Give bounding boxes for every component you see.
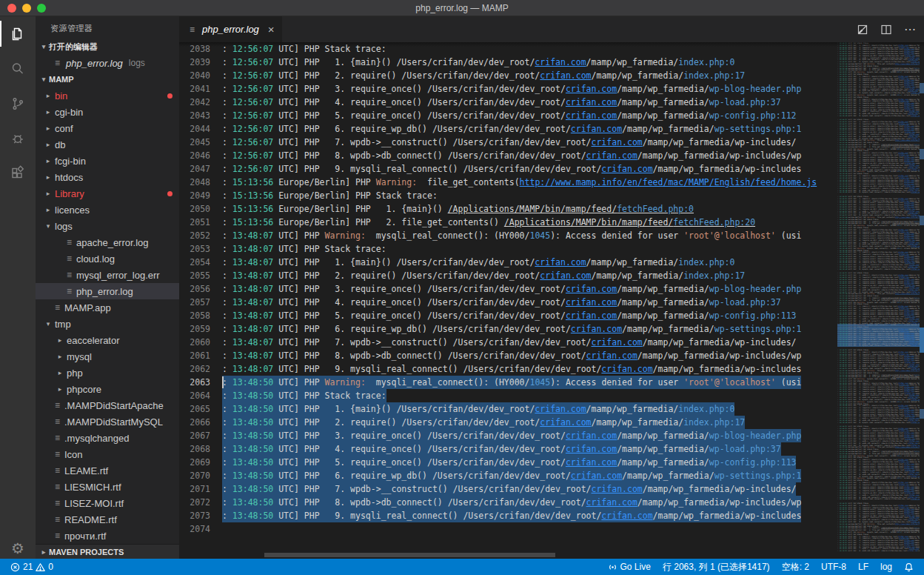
extensions-icon[interactable]	[0, 156, 36, 190]
tree-folder-licences[interactable]: ▸licences	[36, 202, 179, 218]
eol-indicator[interactable]: LF	[855, 562, 871, 572]
maven-projects-header[interactable]: ▸ MAVEN PROJECTS	[36, 544, 179, 559]
indentation-indicator[interactable]: 空格: 2	[779, 561, 812, 574]
log-line-2042[interactable]: 2042: 12:56:07 UTC] PHP 4. require_once(…	[179, 96, 837, 109]
log-line-2043[interactable]: 2043: 12:56:07 UTC] PHP 5. require_once(…	[179, 109, 837, 122]
tree-folder-bin[interactable]: ▸bin	[36, 87, 179, 104]
tree-file-.MAMPDidStartMySQL[interactable]: ≡.MAMPDidStartMySQL	[36, 413, 179, 430]
log-line-2055[interactable]: 2055: 13:48:07 UTC] PHP 2. require() /Us…	[179, 269, 837, 282]
open-editors-header[interactable]: ▾ 打开的编辑器	[36, 39, 179, 55]
tree-file-apache_error.log[interactable]: ≡apache_error.log	[36, 234, 179, 250]
log-line-2045[interactable]: 2045: 12:56:07 UTC] PHP 7. wpdb->__const…	[179, 136, 837, 149]
tree-file-прочти.rtf[interactable]: ≡прочти.rtf	[36, 528, 179, 544]
encoding-indicator[interactable]: UTF-8	[818, 562, 849, 572]
tree-folder-fcgi-bin[interactable]: ▸fcgi-bin	[36, 153, 179, 169]
tree-folder-htdocs[interactable]: ▸htdocs	[36, 169, 179, 185]
split-editor-icon[interactable]	[880, 24, 892, 36]
log-line-2041[interactable]: 2041: 12:56:07 UTC] PHP 3. require_once(…	[179, 82, 837, 96]
tree-item-label: MAMP.app	[64, 302, 111, 313]
log-line-2044[interactable]: 2044: 12:56:07 UTC] PHP 6. require_wp_db…	[179, 122, 837, 136]
log-line-2051[interactable]: 2051: 15:13:56 Europe/Berlin] PHP 2. fil…	[179, 216, 837, 229]
debug-icon[interactable]	[0, 121, 36, 156]
overview-ruler[interactable]	[920, 42, 924, 551]
log-line-2068[interactable]: 2068: 13:48:50 UTC] PHP 4. require_once(…	[179, 442, 837, 456]
explorer-icon[interactable]	[0, 16, 36, 51]
chevron-right-icon: ▸	[43, 92, 53, 99]
tree-file-LEAME.rtf[interactable]: ≡LEAME.rtf	[36, 462, 179, 479]
tree-file-php_error.log[interactable]: ≡php_error.log	[36, 283, 179, 299]
tree-file-Icon[interactable]: ≡Icon	[36, 446, 179, 462]
log-line-2071[interactable]: 2071: 13:48:50 UTC] PHP 7. wpdb->__const…	[179, 482, 837, 496]
minimize-window-button[interactable]	[22, 4, 31, 13]
log-line-2060[interactable]: 2060: 13:48:07 UTC] PHP 7. wpdb->__const…	[179, 336, 837, 349]
tree-folder-conf[interactable]: ▸conf	[36, 120, 179, 136]
log-line-2062[interactable]: 2062: 13:48:07 UTC] PHP 9. mysqli_real_c…	[179, 362, 837, 376]
log-line-2046[interactable]: 2046: 12:56:07 UTC] PHP 8. wpdb->db_conn…	[179, 149, 837, 162]
tree-file-README.rtf[interactable]: ≡README.rtf	[36, 511, 179, 528]
log-line-2074[interactable]: 2074	[179, 522, 837, 536]
log-line-2070[interactable]: 2070: 13:48:50 UTC] PHP 6. require_wp_db…	[179, 469, 837, 482]
log-line-2038[interactable]: 2038: 12:56:07 UTC] PHP Stack trace:	[179, 42, 837, 56]
log-line-2063[interactable]: 2063: 13:48:50 UTC] PHP Warning: mysqli_…	[179, 376, 837, 389]
tree-folder-tmp[interactable]: ▾tmp	[36, 316, 179, 332]
chevron-right-icon: ▸	[55, 369, 65, 376]
tree-file-LIESMICH.rtf[interactable]: ≡LIESMICH.rtf	[36, 479, 179, 495]
manage-gear-icon[interactable]: ⚙	[11, 539, 24, 557]
go-live-button[interactable]: Go Live	[605, 562, 654, 572]
log-line-2064[interactable]: 2064: 13:48:50 UTC] PHP Stack trace:	[179, 389, 837, 402]
log-line-2072[interactable]: 2072: 13:48:50 UTC] PHP 8. wpdb->db_conn…	[179, 496, 837, 509]
open-editor-item-php-error-log[interactable]: ≡ php_error.log logs	[36, 55, 179, 71]
log-line-2061[interactable]: 2061: 13:48:07 UTC] PHP 8. wpdb->db_conn…	[179, 349, 837, 362]
more-actions-icon[interactable]: ⋯	[904, 22, 917, 36]
log-line-2054[interactable]: 2054: 13:48:07 UTC] PHP 1. {main}() /Use…	[179, 256, 837, 269]
log-line-2073[interactable]: 2073: 13:48:50 UTC] PHP 9. mysqli_real_c…	[179, 509, 837, 522]
tree-folder-logs[interactable]: ▾logs	[36, 218, 179, 234]
tree-folder-Library[interactable]: ▸Library	[36, 185, 179, 202]
log-line-2047[interactable]: 2047: 12:56:07 UTC] PHP 9. mysqli_real_c…	[179, 162, 837, 176]
minimap[interactable]: : 12:56:07 UTC] PHP Stack trace:: 12:56:…	[837, 42, 920, 551]
log-line-2066[interactable]: 2066: 13:48:50 UTC] PHP 2. require() /Us…	[179, 416, 837, 429]
log-line-2049[interactable]: 2049: 15:13:56 Europe/Berlin] PHP Stack …	[179, 189, 837, 202]
tree-folder-mysql[interactable]: ▸mysql	[36, 348, 179, 365]
log-line-2065[interactable]: 2065: 13:48:50 UTC] PHP 1. {main}() /Use…	[179, 402, 837, 416]
search-icon[interactable]	[0, 51, 36, 86]
open-changes-icon[interactable]	[857, 24, 868, 36]
tree-folder-eaccelerator[interactable]: ▸eaccelerator	[36, 332, 179, 348]
log-line-2039[interactable]: 2039: 12:56:07 UTC] PHP 1. {main}() /Use…	[179, 56, 837, 69]
tree-file-cloud.log[interactable]: ≡cloud.log	[36, 250, 179, 267]
tree-file-.mysqlchanged[interactable]: ≡.mysqlchanged	[36, 430, 179, 446]
tree-file-mysql_error_log.err[interactable]: ≡mysql_error_log.err	[36, 267, 179, 283]
tab-bar: ≡ php_error.log × ⋯	[179, 16, 924, 42]
cursor-position[interactable]: 行 2063, 列 1 (已选择1417)	[660, 561, 773, 574]
log-line-2056[interactable]: 2056: 13:48:07 UTC] PHP 3. require_once(…	[179, 282, 837, 296]
tree-file-LISEZ-MOI.rtf[interactable]: ≡LISEZ-MOI.rtf	[36, 495, 179, 511]
tab-php-error-log[interactable]: ≡ php_error.log ×	[179, 16, 282, 42]
close-tab-icon[interactable]: ×	[268, 23, 275, 36]
problems-indicator[interactable]: 21 0	[7, 562, 56, 572]
log-line-2048[interactable]: 2048: 15:13:56 Europe/Berlin] PHP Warnin…	[179, 176, 837, 189]
tree-folder-phpcore[interactable]: ▸phpcore	[36, 381, 179, 397]
folder-section-header[interactable]: ▾ MAMP	[36, 71, 179, 87]
tree-file-.MAMPDidStartApache[interactable]: ≡.MAMPDidStartApache	[36, 397, 179, 413]
zoom-window-button[interactable]	[37, 4, 46, 13]
log-line-2050[interactable]: 2050: 15:13:56 Europe/Berlin] PHP 1. {ma…	[179, 202, 837, 216]
language-mode[interactable]: log	[877, 562, 895, 572]
tree-file-MAMP.app[interactable]: ≡MAMP.app	[36, 299, 179, 316]
log-line-2057[interactable]: 2057: 13:48:07 UTC] PHP 4. require_once(…	[179, 296, 837, 309]
log-line-2067[interactable]: 2067: 13:48:50 UTC] PHP 3. require_once(…	[179, 429, 837, 442]
horizontal-scrollbar-thumb[interactable]	[264, 553, 555, 557]
close-window-button[interactable]	[7, 4, 16, 13]
log-file-icon: ≡	[187, 24, 198, 35]
log-line-2052[interactable]: 2052: 13:48:07 UTC] PHP Warning: mysqli_…	[179, 229, 837, 242]
log-line-2069[interactable]: 2069: 13:48:50 UTC] PHP 5. require_once(…	[179, 456, 837, 469]
log-line-2058[interactable]: 2058: 13:48:07 UTC] PHP 5. require_once(…	[179, 309, 837, 322]
notifications-bell[interactable]	[901, 562, 917, 572]
tree-folder-cgi-bin[interactable]: ▸cgi-bin	[36, 104, 179, 120]
tree-folder-db[interactable]: ▸db	[36, 136, 179, 153]
file-icon: ≡	[52, 465, 63, 476]
log-line-2053[interactable]: 2053: 13:48:07 UTC] PHP Stack trace:	[179, 242, 837, 256]
log-line-2040[interactable]: 2040: 12:56:07 UTC] PHP 2. require() /Us…	[179, 69, 837, 82]
log-line-2059[interactable]: 2059: 13:48:07 UTC] PHP 6. require_wp_db…	[179, 322, 837, 336]
source-control-icon[interactable]	[0, 86, 36, 121]
tree-folder-php[interactable]: ▸php	[36, 365, 179, 381]
